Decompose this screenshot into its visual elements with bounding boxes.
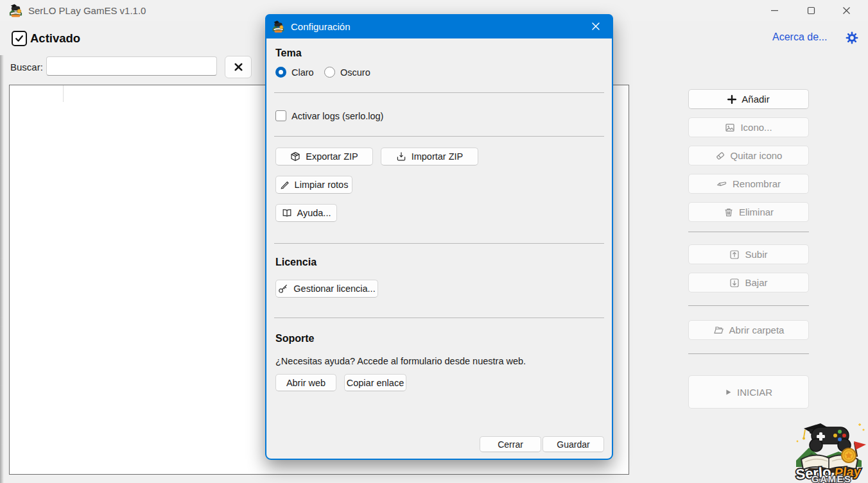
dialog-titlebar[interactable]: Configuración xyxy=(265,14,613,38)
abrir-web-button[interactable]: Abrir web xyxy=(275,374,336,391)
ayuda-button[interactable]: Ayuda... xyxy=(275,204,337,222)
eraser-icon xyxy=(715,151,725,161)
delete-button[interactable]: Eliminar xyxy=(688,202,809,222)
checkbox-unchecked-icon xyxy=(275,110,286,121)
acerca-de-link[interactable]: Acerca de... xyxy=(772,31,827,43)
radio-unselected-icon xyxy=(324,67,335,78)
activado-label: Activado xyxy=(30,31,80,46)
remove-icon-button[interactable]: Quitar icono xyxy=(688,146,809,165)
configuracion-dialog: Configuración Tema Claro Oscuro Activar … xyxy=(265,14,613,460)
minimize-button[interactable] xyxy=(759,0,789,21)
activado-checkbox[interactable] xyxy=(12,31,27,46)
book-icon xyxy=(282,208,292,218)
move-up-button[interactable]: Subir xyxy=(688,244,809,264)
soporte-heading: Soporte xyxy=(275,333,314,344)
copiar-enlace-button[interactable]: Copiar enlace xyxy=(344,374,406,391)
trash-icon xyxy=(724,207,734,217)
package-icon xyxy=(290,151,300,162)
close-button[interactable] xyxy=(831,0,861,21)
window-left-edge-shadow xyxy=(0,55,4,483)
exportar-zip-button[interactable]: Exportar ZIP xyxy=(275,148,373,165)
x-icon xyxy=(234,63,243,71)
cerrar-button[interactable]: Cerrar xyxy=(480,436,541,452)
import-icon xyxy=(396,151,406,162)
key-icon xyxy=(278,284,288,294)
check-icon xyxy=(15,34,24,43)
folder-open-icon xyxy=(713,325,724,335)
sidebar-divider xyxy=(688,232,809,232)
start-game-button[interactable]: INICIAR xyxy=(688,375,809,409)
gestionar-licencia-button[interactable]: Gestionar licencia... xyxy=(275,280,378,298)
logo-word-games: GAMES xyxy=(812,473,852,483)
dialog-divider xyxy=(274,92,604,93)
rename-button[interactable]: Renombrar xyxy=(688,174,809,194)
image-icon xyxy=(725,123,735,133)
dialog-divider xyxy=(274,136,604,137)
dialog-close-button[interactable] xyxy=(585,17,607,36)
settings-gear-icon[interactable] xyxy=(846,31,858,44)
list-column-separator xyxy=(63,85,64,102)
app-logo-icon xyxy=(272,20,285,33)
sidebar-divider xyxy=(688,305,809,306)
icon-button[interactable]: Icono... xyxy=(688,117,809,137)
radio-claro[interactable]: Claro xyxy=(275,67,314,78)
add-game-button[interactable]: Añadir xyxy=(688,89,809,109)
logs-checkbox-row[interactable]: Activar logs (serlo.log) xyxy=(275,110,383,121)
limpiar-rotos-button[interactable]: Limpiar rotos xyxy=(275,176,352,194)
move-down-button[interactable]: Bajar xyxy=(688,273,809,292)
arrow-down-icon xyxy=(729,278,740,288)
dialog-divider xyxy=(274,243,604,244)
clear-search-button[interactable] xyxy=(225,56,252,78)
buscar-label: Buscar: xyxy=(10,62,43,72)
app-logo-icon xyxy=(8,3,23,18)
open-folder-button[interactable]: Abrir carpeta xyxy=(688,320,809,340)
dialog-title: Configuración xyxy=(291,21,351,32)
play-icon xyxy=(725,389,732,396)
serlo-play-games-logo: Serlo Play GAMES xyxy=(792,419,868,483)
importar-zip-button[interactable]: Importar ZIP xyxy=(381,148,478,165)
plus-icon xyxy=(727,95,736,104)
guardar-button[interactable]: Guardar xyxy=(542,436,604,452)
close-icon xyxy=(591,22,600,31)
maximize-button[interactable] xyxy=(796,0,826,21)
arrow-up-icon xyxy=(729,250,740,260)
soporte-text: ¿Necesitas ayuda? Accede al formulario d… xyxy=(275,356,526,366)
window-title: SerLO PLay GamES v1.1.0 xyxy=(28,5,146,16)
search-input[interactable] xyxy=(46,56,217,76)
dialog-divider xyxy=(274,318,604,318)
sidebar-divider xyxy=(688,353,809,354)
radio-oscuro[interactable]: Oscuro xyxy=(324,67,370,78)
rename-pen-icon xyxy=(716,178,727,189)
tema-heading: Tema xyxy=(275,47,302,59)
brush-icon xyxy=(280,180,290,190)
licencia-heading: Licencia xyxy=(275,257,317,268)
radio-selected-icon xyxy=(275,67,286,78)
